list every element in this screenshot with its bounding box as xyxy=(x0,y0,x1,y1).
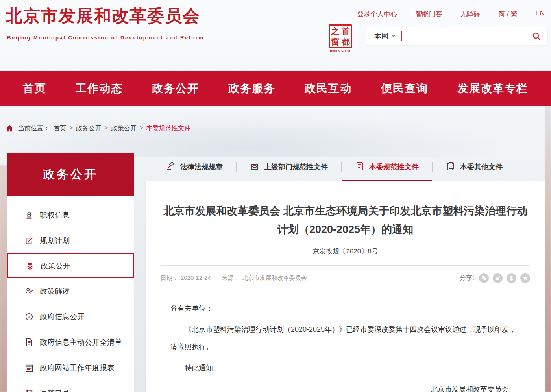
sidebar-item-authority-info[interactable]: 职权信息 xyxy=(7,202,134,228)
breadcrumb-gov-affairs[interactable]: 政务公开 xyxy=(76,124,101,133)
document-number: 京发改规〔2020〕8号 xyxy=(161,247,530,256)
nav-item-gov-services[interactable]: 政务服务 xyxy=(228,81,276,96)
article-paragraph: 特此通知。 xyxy=(170,359,520,377)
sidebar: 政务公开 职权信息 规划计划 xyxy=(7,153,134,392)
top-utility-links: 登录个人中心 智能问答 无障碍 简 / 繁 EN xyxy=(357,9,545,18)
date-label: 日期： xyxy=(161,274,178,281)
home-icon[interactable] xyxy=(6,125,13,132)
article-panel: 北京市发展和改革委员会 北京市生态环境局关于印发北京市塑料污染治理行动计划（20… xyxy=(146,181,545,392)
article-meta-left: 日期：2020-12-24来源：北京市发展和改革委员会 xyxy=(161,274,309,282)
article-source: 北京市发展和改革委员会 xyxy=(242,274,307,281)
sidebar-item-label: 政府信息主动公开全清单 xyxy=(40,337,122,348)
breadcrumb: 当前位置： 首页 > 政务公开 > 政策公开 > 本委规范性文件 xyxy=(0,106,551,153)
chevron-down-icon xyxy=(392,35,396,37)
english-link[interactable]: EN xyxy=(535,9,545,18)
sidebar-item-label: 决策目录 xyxy=(40,388,70,392)
search-input[interactable] xyxy=(402,28,532,44)
sidebar-item-gov-info-disclosure[interactable]: 政府信息公开 xyxy=(7,304,134,329)
main-area: 政务公开 职权信息 规划计划 xyxy=(7,153,551,392)
breadcrumb-separator: > xyxy=(140,124,143,131)
tab-label: 法律法规规章 xyxy=(180,162,223,172)
nav-item-home[interactable]: 首页 xyxy=(23,81,46,96)
tab-superior-normative-docs[interactable]: 上级部门规范性文件 xyxy=(237,153,341,181)
share-label: 分享: xyxy=(460,274,474,282)
file-copy-icon xyxy=(446,161,455,172)
sidebar-item-policy-disclosure[interactable]: 政策公开 xyxy=(7,253,134,278)
person-check-icon xyxy=(24,287,34,296)
tab-label: 上级部门规范性文件 xyxy=(264,162,328,172)
seal-logo-icon: 之 首 窗 都 xyxy=(329,24,352,48)
sidebar-item-decision-catalog[interactable]: 决策目录 xyxy=(7,381,134,392)
share-bar: 分享: xyxy=(460,273,530,283)
login-link[interactable]: 登录个人中心 xyxy=(357,9,397,18)
article-salutation: 各有关单位： xyxy=(170,300,520,317)
seal-caption: Beijing-China xyxy=(329,49,351,52)
article-date: 2020-12-24 xyxy=(181,274,211,281)
page: 北京市发展和改革委员会 Beijing Municipal Commission… xyxy=(0,0,551,392)
breadcrumb-home[interactable]: 首页 xyxy=(54,124,66,133)
gavel-icon xyxy=(166,161,176,172)
breadcrumb-label: 当前位置： xyxy=(18,124,50,133)
compass-icon xyxy=(24,312,34,321)
content-column: 法律法规规章 上级部门规范性文件 本委规范性文件 xyxy=(146,153,545,392)
sidebar-title: 政务公开 xyxy=(7,153,134,196)
site-header: 北京市发展和改革委员会 Beijing Municipal Commission… xyxy=(0,0,551,71)
tab-label: 本委规范性文件 xyxy=(369,162,419,172)
seal-char: 窗 xyxy=(330,36,340,47)
category-tabs: 法律法规规章 上级部门规范性文件 本委规范性文件 xyxy=(146,153,545,181)
nav-item-public-interaction[interactable]: 政民互动 xyxy=(305,81,352,96)
smart-qa-link[interactable]: 智能问答 xyxy=(415,9,442,18)
breadcrumb-current[interactable]: 本委规范性文件 xyxy=(146,124,190,133)
tab-label: 本委其他文件 xyxy=(460,162,503,172)
star-icon[interactable] xyxy=(520,273,530,283)
document-list-icon xyxy=(24,338,34,347)
capital-window-seal[interactable]: 之 首 窗 都 Beijing-China xyxy=(329,24,351,52)
sidebar-item-label: 职权信息 xyxy=(40,210,70,220)
sidebar-item-website-annual-report[interactable]: 政府网站工作年度报表 xyxy=(7,355,134,381)
article-signature: 北京市发展和改革委员会 xyxy=(170,381,520,392)
seal-char: 之 xyxy=(330,26,340,36)
breadcrumb-policy[interactable]: 政策公开 xyxy=(111,124,137,133)
edit-doc-icon xyxy=(24,237,34,245)
sidebar-item-label: 政府网站工作年度报表 xyxy=(40,363,115,373)
qq-icon[interactable] xyxy=(507,273,516,283)
simplified-traditional-link[interactable]: 简 / 繁 xyxy=(498,9,517,18)
sidebar-item-label: 政策公开 xyxy=(41,261,70,271)
layers-icon xyxy=(25,262,35,270)
red-document-icon xyxy=(355,161,364,172)
sidebar-item-label: 规划计划 xyxy=(40,236,70,246)
article-title: 北京市发展和改革委员会 北京市生态环境局关于印发北京市塑料污染治理行动计划（20… xyxy=(161,202,530,239)
sidebar-item-policy-interpretation[interactable]: 政策解读 xyxy=(7,278,134,304)
breadcrumb-separator: > xyxy=(104,124,108,131)
inbox-icon xyxy=(250,161,259,172)
nav-item-convenient-query[interactable]: 便民查询 xyxy=(381,81,428,96)
sidebar-item-proactive-disclosure-list[interactable]: 政府信息主动公开全清单 xyxy=(7,329,134,355)
seal-char: 首 xyxy=(340,26,351,36)
tab-commission-other-docs[interactable]: 本委其他文件 xyxy=(433,153,516,181)
article-paragraph: 《北京市塑料污染治理行动计划（2020-2025年）》已经市委深改委第十四次会议… xyxy=(170,321,520,355)
accessibility-link[interactable]: 无障碍 xyxy=(460,9,480,18)
sidebar-item-label: 政策解读 xyxy=(40,286,70,296)
search-bar: 本网 xyxy=(366,27,548,46)
search-scope-dropdown[interactable]: 本网 xyxy=(366,31,401,41)
weibo-icon[interactable] xyxy=(493,273,503,283)
search-scope-label: 本网 xyxy=(374,31,388,41)
tab-commission-normative-docs[interactable]: 本委规范性文件 xyxy=(342,153,432,181)
tab-laws-regulations[interactable]: 法律法规规章 xyxy=(153,153,236,181)
nav-item-work-dynamics[interactable]: 工作动态 xyxy=(76,81,123,96)
search-icon[interactable] xyxy=(532,31,541,41)
nav-item-gov-affairs[interactable]: 政务公开 xyxy=(152,81,199,96)
sidebar-item-label: 政府信息公开 xyxy=(40,312,85,322)
site-logo-subtitle: Beijing Municipal Commission of Developm… xyxy=(7,35,204,41)
source-label: 来源： xyxy=(222,274,240,281)
nav-item-reform-column[interactable]: 发展改革专栏 xyxy=(457,81,528,96)
seal-char: 都 xyxy=(340,36,351,47)
main-navigation: 首页 工作动态 政务公开 政务服务 政民互动 便民查询 发展改革专栏 xyxy=(0,71,551,106)
divider xyxy=(161,265,530,266)
site-logo-title: 北京市发展和改革委员会 xyxy=(6,5,200,28)
article-body: 各有关单位： 《北京市塑料污染治理行动计划（2020-2025年）》已经市委深改… xyxy=(161,300,530,392)
decision-list-icon xyxy=(24,389,34,392)
sidebar-item-planning[interactable]: 规划计划 xyxy=(7,228,134,253)
wechat-icon[interactable] xyxy=(479,273,489,283)
sidebar-list: 职权信息 规划计划 政策公开 xyxy=(7,196,134,392)
